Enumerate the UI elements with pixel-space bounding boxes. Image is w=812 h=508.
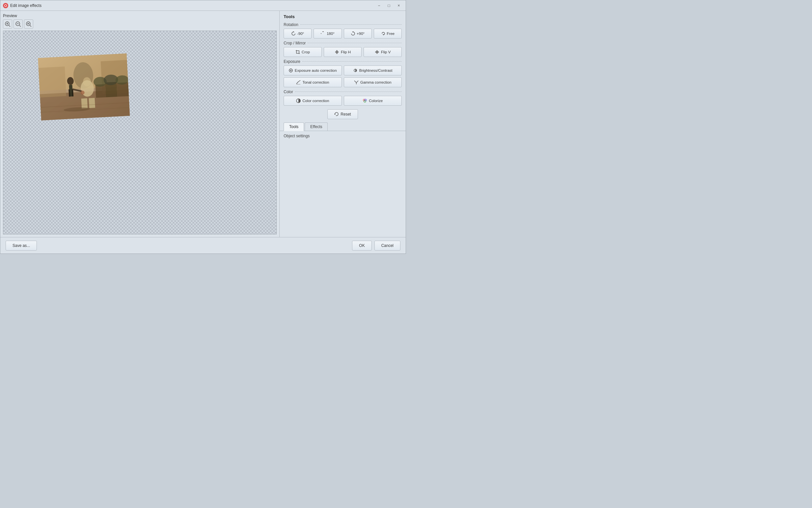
right-panel: Tools Rotation -90° 180°	[279, 11, 406, 237]
minimize-button[interactable]: −	[375, 2, 383, 9]
reset-button[interactable]: Reset	[327, 109, 357, 119]
color-correction-label: Color correction	[302, 99, 329, 103]
crop-mirror-section-label: Crop / Mirror	[280, 40, 406, 46]
brightness-contrast-label: Brightness/Contrast	[359, 69, 392, 73]
rotate-minus90-icon	[291, 31, 296, 36]
crop-button[interactable]: Crop	[284, 47, 322, 57]
exposure-auto-label: Exposure auto correction	[295, 69, 337, 73]
save-as-button[interactable]: Save as...	[6, 241, 37, 251]
rotation-buttons: -90° 180° +90°	[280, 28, 406, 40]
window-title: Edit image effects	[10, 3, 375, 8]
rotate-minus90-label: -90°	[297, 32, 304, 36]
close-button[interactable]: ×	[394, 2, 403, 9]
window-controls: − □ ×	[375, 2, 403, 9]
flip-v-button[interactable]: Flip V	[364, 47, 402, 57]
tonal-correction-button[interactable]: Tonal correction	[284, 77, 342, 87]
reset-row: Reset	[280, 107, 406, 121]
object-settings-label: Object settings	[284, 134, 402, 138]
flip-h-label: Flip H	[341, 50, 351, 54]
svg-line-11	[30, 25, 31, 27]
svg-rect-42	[296, 51, 299, 53]
preview-canvas	[3, 31, 277, 235]
brightness-contrast-button[interactable]: Brightness/Contrast	[344, 66, 402, 75]
reset-label: Reset	[340, 112, 351, 117]
main-window: Edit image effects − □ × Preview	[0, 0, 406, 254]
svg-marker-47	[375, 52, 379, 54]
bottom-bar: Save as... OK Cancel	[0, 237, 406, 254]
color-section-label: Color	[280, 88, 406, 95]
rotate-180-button[interactable]: 180°	[314, 29, 341, 39]
main-content: Preview	[0, 11, 406, 237]
colorize-label: Colorize	[369, 99, 383, 103]
rotate-free-label: Free	[387, 32, 395, 36]
object-settings-section: Object settings	[280, 131, 406, 237]
rotate-free-icon	[381, 31, 386, 36]
colorize-button[interactable]: Colorize	[344, 96, 402, 106]
cancel-button[interactable]: Cancel	[374, 241, 400, 251]
rotate-plus90-button[interactable]: +90°	[344, 29, 372, 39]
reset-zoom-icon	[26, 21, 32, 27]
exposure-row1: Exposure auto correction Brightness/Cont…	[280, 65, 406, 76]
zoom-out-button[interactable]	[13, 19, 23, 29]
preview-panel: Preview	[0, 11, 279, 237]
exposure-section-label: Exposure	[280, 58, 406, 65]
zoom-in-button[interactable]	[3, 19, 12, 29]
gamma-correction-label: Gamma correction	[360, 80, 391, 84]
color-buttons: Color correction Colorize	[280, 95, 406, 107]
svg-marker-40	[352, 31, 354, 32]
rotate-plus90-label: +90°	[356, 32, 365, 36]
rotate-180-label: 180°	[327, 32, 335, 36]
flip-v-label: Flip V	[381, 50, 390, 54]
svg-marker-39	[322, 31, 324, 32]
flip-h-button[interactable]: Flip H	[324, 47, 362, 57]
reset-zoom-button[interactable]	[24, 19, 33, 29]
rotate-minus90-button[interactable]: -90°	[284, 29, 312, 39]
svg-marker-63	[334, 113, 336, 115]
svg-marker-38	[292, 31, 294, 32]
crop-label: Crop	[302, 50, 310, 54]
zoom-in-icon	[5, 21, 10, 27]
reset-icon	[334, 112, 339, 117]
tabs-row: Tools Effects	[280, 121, 406, 131]
preview-toolbar	[3, 19, 277, 29]
rotate-plus90-icon	[351, 31, 355, 36]
tonal-correction-label: Tonal correction	[302, 80, 329, 84]
maximize-button[interactable]: □	[385, 2, 393, 9]
color-correction-button[interactable]: Color correction	[284, 96, 342, 106]
svg-marker-44	[337, 50, 339, 54]
zoom-out-icon	[15, 21, 21, 27]
tonal-correction-icon	[296, 80, 301, 85]
svg-rect-31	[89, 98, 95, 108]
svg-line-57	[356, 69, 357, 69]
svg-line-7	[19, 25, 21, 27]
rotate-180-icon	[321, 31, 325, 36]
tab-effects[interactable]: Effects	[305, 123, 328, 131]
rotation-section-label: Rotation	[280, 21, 406, 28]
exposure-row2: Tonal correction Gamma correction	[280, 76, 406, 88]
title-bar: Edit image effects − □ ×	[0, 0, 406, 11]
exposure-auto-button[interactable]: Exposure auto correction	[284, 66, 342, 75]
app-icon	[3, 3, 8, 8]
bottom-right-actions: OK Cancel	[352, 241, 400, 251]
svg-marker-46	[375, 50, 379, 52]
gamma-correction-icon	[354, 80, 359, 85]
svg-point-50	[290, 70, 291, 71]
exposure-auto-icon	[289, 68, 293, 73]
tools-panel-header: Tools	[280, 11, 406, 21]
rotate-free-button[interactable]: Free	[374, 29, 402, 39]
crop-mirror-buttons: Crop Flip H Flip V	[280, 46, 406, 58]
colorize-icon	[363, 98, 367, 103]
ok-button[interactable]: OK	[352, 241, 372, 251]
flip-v-icon	[375, 50, 379, 54]
svg-rect-15	[39, 67, 66, 97]
color-correction-icon	[296, 98, 301, 103]
svg-line-4	[9, 25, 10, 27]
bottom-left-actions: Save as...	[6, 241, 37, 251]
svg-marker-43	[335, 50, 337, 54]
preview-image	[38, 53, 130, 121]
flip-h-icon	[335, 50, 339, 54]
crop-icon	[295, 50, 300, 54]
gamma-correction-button[interactable]: Gamma correction	[344, 77, 402, 87]
brightness-icon	[353, 68, 357, 73]
tab-tools[interactable]: Tools	[284, 123, 304, 131]
